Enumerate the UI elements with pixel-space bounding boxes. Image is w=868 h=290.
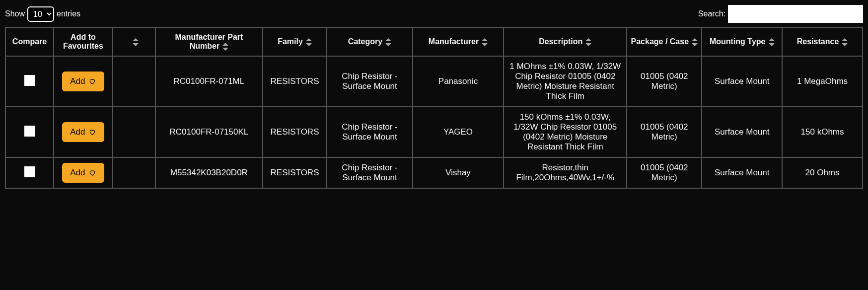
cell-blank <box>113 56 155 107</box>
col-description[interactable]: Description <box>504 27 627 56</box>
show-label-prefix: Show <box>5 9 25 18</box>
cell-part-number: RC0100FR-071ML <box>155 56 263 107</box>
heart-icon <box>88 129 96 136</box>
col-family[interactable]: Family <box>263 27 327 56</box>
cell-resistance: 1 MegaOhms <box>782 56 863 107</box>
table-header-row: Compare Add to Favourites Manufacturer P… <box>5 27 863 56</box>
compare-checkbox[interactable] <box>24 126 35 137</box>
search-label: Search: <box>698 9 725 18</box>
parts-table: Compare Add to Favourites Manufacturer P… <box>5 27 863 189</box>
cell-part-number: M55342K03B20D0R <box>155 157 263 188</box>
sort-icon <box>385 38 391 46</box>
sort-icon <box>306 38 312 46</box>
add-favourite-button[interactable]: Add <box>62 163 104 183</box>
cell-package: 01005 (0402 Metric) <box>627 56 702 107</box>
cell-part-number: RC0100FR-07150KL <box>155 107 263 157</box>
search-wrap: Search: <box>698 5 863 23</box>
add-button-label: Add <box>70 127 85 137</box>
col-category[interactable]: Category <box>327 27 413 56</box>
sort-icon <box>482 38 488 46</box>
sort-icon <box>585 38 591 46</box>
col-mounting[interactable]: Mounting Type <box>702 27 782 56</box>
show-label-suffix: entries <box>57 9 80 18</box>
add-favourite-button[interactable]: Add <box>62 72 104 91</box>
cell-mounting: Surface Mount <box>702 157 782 188</box>
cell-resistance: 150 kOhms <box>782 107 863 157</box>
search-input[interactable] <box>728 5 863 23</box>
cell-family: RESISTORS <box>263 56 327 107</box>
col-manufacturer[interactable]: Manufacturer <box>413 27 504 56</box>
add-favourite-button[interactable]: Add <box>62 122 104 142</box>
cell-description: 150 kOhms ±1% 0.03W, 1/32W Chip Resistor… <box>504 107 627 157</box>
cell-family: RESISTORS <box>263 107 327 157</box>
show-entries: Show 10 entries <box>5 6 80 22</box>
cell-category: Chip Resistor - Surface Mount <box>327 56 413 107</box>
sort-icon <box>769 38 775 46</box>
sort-icon <box>842 38 848 46</box>
table-row: Add RC0100FR-07150KL RESISTORS Chip Resi… <box>5 107 863 157</box>
heart-icon <box>88 169 96 176</box>
cell-description: Resistor,thin Film,20Ohms,40Wv,1+/-% <box>504 157 627 188</box>
col-compare: Compare <box>5 27 54 56</box>
table-row: Add RC0100FR-071ML RESISTORS Chip Resist… <box>5 56 863 107</box>
cell-package: 01005 (0402 Metric) <box>627 107 702 157</box>
col-blank[interactable] <box>113 27 155 56</box>
cell-package: 01005 (0402 Metric) <box>627 157 702 188</box>
cell-category: Chip Resistor - Surface Mount <box>327 157 413 188</box>
cell-manufacturer: YAGEO <box>413 107 504 157</box>
add-button-label: Add <box>70 76 85 86</box>
cell-manufacturer: Panasonic <box>413 56 504 107</box>
cell-family: RESISTORS <box>263 157 327 188</box>
cell-manufacturer: Vishay <box>413 157 504 188</box>
table-row: Add M55342K03B20D0R RESISTORS Chip Resis… <box>5 157 863 188</box>
cell-blank <box>113 157 155 188</box>
add-button-label: Add <box>70 168 85 178</box>
sort-icon <box>222 43 228 51</box>
cell-resistance: 20 Ohms <box>782 157 863 188</box>
col-favourites: Add to Favourites <box>54 27 113 56</box>
col-resistance[interactable]: Resistance <box>782 27 863 56</box>
col-package[interactable]: Package / Case <box>627 27 702 56</box>
cell-category: Chip Resistor - Surface Mount <box>327 107 413 157</box>
cell-mounting: Surface Mount <box>702 56 782 107</box>
cell-blank <box>113 107 155 157</box>
cell-description: 1 MOhms ±1% 0.03W, 1/32W Chip Resistor 0… <box>504 56 627 107</box>
cell-mounting: Surface Mount <box>702 107 782 157</box>
sort-icon <box>133 38 139 46</box>
heart-icon <box>88 78 96 85</box>
sort-icon <box>692 38 698 46</box>
compare-checkbox[interactable] <box>24 75 35 86</box>
entries-select[interactable]: 10 <box>27 6 54 22</box>
col-part-number[interactable]: Manufacturer Part Number <box>155 27 263 56</box>
table-controls: Show 10 entries Search: <box>5 5 863 23</box>
compare-checkbox[interactable] <box>24 166 35 177</box>
